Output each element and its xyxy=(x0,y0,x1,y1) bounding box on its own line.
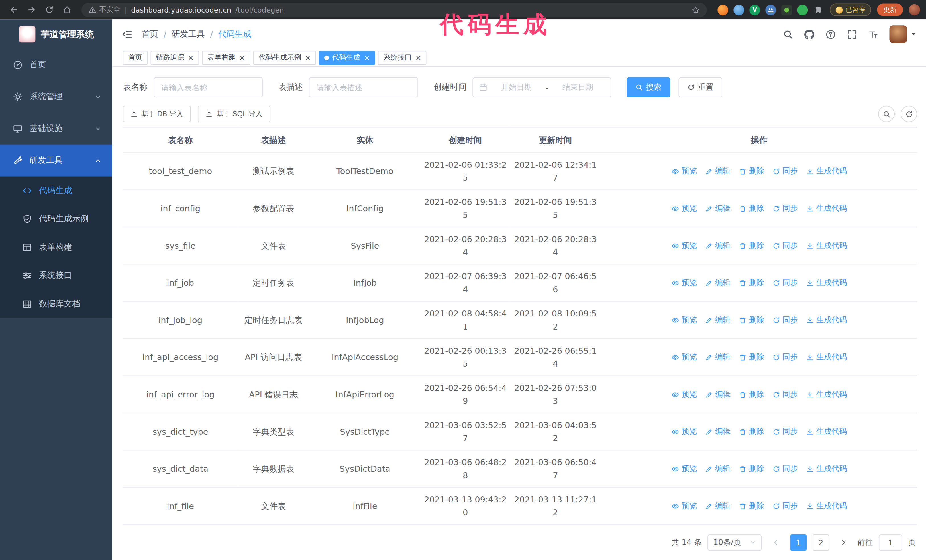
sync-link[interactable]: 同步 xyxy=(772,314,798,327)
tab-item[interactable]: 表单构建 × xyxy=(202,50,250,65)
extension-icon-leaf[interactable] xyxy=(797,5,808,15)
sync-link[interactable]: 同步 xyxy=(772,276,798,290)
next-page-button[interactable] xyxy=(835,534,852,551)
github-icon[interactable] xyxy=(804,29,814,39)
generate-code-link[interactable]: 生成代码 xyxy=(806,276,847,290)
delete-link[interactable]: 删除 xyxy=(739,388,764,401)
edit-link[interactable]: 编辑 xyxy=(705,276,731,290)
preview-link[interactable]: 预览 xyxy=(672,202,697,215)
sync-link[interactable]: 同步 xyxy=(772,239,798,252)
edit-link[interactable]: 编辑 xyxy=(705,500,731,513)
sync-link[interactable]: 同步 xyxy=(772,500,798,513)
prev-page-button[interactable] xyxy=(768,534,784,551)
extension-icon-orange[interactable] xyxy=(717,5,728,15)
toggle-search-button[interactable] xyxy=(878,106,895,122)
generate-code-link[interactable]: 生成代码 xyxy=(806,239,847,252)
generate-code-link[interactable]: 生成代码 xyxy=(806,388,847,401)
sidebar-item-codegen[interactable]: 代码生成 xyxy=(0,177,112,205)
generate-code-link[interactable]: 生成代码 xyxy=(806,314,847,327)
tab-item[interactable]: 首页 xyxy=(123,50,148,65)
tab-item[interactable]: 链路追踪 × xyxy=(151,50,199,65)
generate-code-link[interactable]: 生成代码 xyxy=(806,500,847,513)
tab-close-icon[interactable]: × xyxy=(239,54,245,61)
table-name-input[interactable] xyxy=(154,77,263,97)
preview-link[interactable]: 预览 xyxy=(672,276,697,290)
delete-link[interactable]: 删除 xyxy=(739,239,764,252)
tab-close-icon[interactable]: × xyxy=(188,54,194,61)
header-search-icon[interactable] xyxy=(783,29,793,39)
preview-link[interactable]: 预览 xyxy=(672,425,697,438)
tab-close-icon[interactable]: × xyxy=(364,54,370,61)
fullscreen-icon[interactable] xyxy=(847,29,857,39)
delete-link[interactable]: 删除 xyxy=(739,165,764,178)
edit-link[interactable]: 编辑 xyxy=(705,165,731,178)
generate-code-link[interactable]: 生成代码 xyxy=(806,425,847,438)
generate-code-link[interactable]: 生成代码 xyxy=(806,462,847,475)
app-logo[interactable]: 芋道管理系统 xyxy=(0,20,112,49)
delete-link[interactable]: 删除 xyxy=(739,202,764,215)
bookmark-star-icon[interactable] xyxy=(691,6,700,14)
preview-link[interactable]: 预览 xyxy=(672,165,697,178)
delete-link[interactable]: 删除 xyxy=(739,500,764,513)
edit-link[interactable]: 编辑 xyxy=(705,462,731,475)
breadcrumb-dev-tools[interactable]: 研发工具 xyxy=(172,29,205,39)
sidebar-item-codegen-example[interactable]: 代码生成示例 xyxy=(0,205,112,233)
browser-back-button[interactable] xyxy=(6,2,21,17)
delete-link[interactable]: 删除 xyxy=(739,276,764,290)
preview-link[interactable]: 预览 xyxy=(672,500,697,513)
user-menu[interactable] xyxy=(889,25,916,43)
preview-link[interactable]: 预览 xyxy=(672,314,697,327)
goto-page-input[interactable] xyxy=(879,534,902,551)
edit-link[interactable]: 编辑 xyxy=(705,425,731,438)
sidebar-item-form-builder[interactable]: 表单构建 xyxy=(0,233,112,261)
preview-link[interactable]: 预览 xyxy=(672,351,697,364)
delete-link[interactable]: 删除 xyxy=(739,314,764,327)
sidebar-item-infrastructure[interactable]: 基础设施 xyxy=(0,113,112,145)
sync-link[interactable]: 同步 xyxy=(772,351,798,364)
extension-icon-people[interactable] xyxy=(765,5,776,15)
tab-item[interactable]: 系统接口 × xyxy=(378,50,427,65)
browser-home-button[interactable] xyxy=(59,2,74,17)
sidebar-item-api[interactable]: 系统接口 xyxy=(0,261,112,290)
delete-link[interactable]: 删除 xyxy=(739,462,764,475)
help-icon[interactable] xyxy=(826,29,836,39)
generate-code-link[interactable]: 生成代码 xyxy=(806,165,847,178)
import-db-button[interactable]: 基于 DB 导入 xyxy=(123,106,191,122)
tab-close-icon[interactable]: × xyxy=(305,54,311,61)
browser-forward-button[interactable] xyxy=(24,2,39,17)
sidebar-item-dev-tools[interactable]: 研发工具 xyxy=(0,145,112,177)
edit-link[interactable]: 编辑 xyxy=(705,388,731,401)
search-button[interactable]: 搜索 xyxy=(626,77,670,97)
browser-profile-avatar[interactable] xyxy=(909,4,920,15)
sync-link[interactable]: 同步 xyxy=(772,202,798,215)
sync-link[interactable]: 同步 xyxy=(772,388,798,401)
extension-paused-badge[interactable]: 已暂停 xyxy=(830,3,871,16)
sync-link[interactable]: 同步 xyxy=(772,165,798,178)
page-button-2[interactable]: 2 xyxy=(813,534,829,551)
delete-link[interactable]: 删除 xyxy=(739,425,764,438)
page-size-select[interactable]: 10条/页 xyxy=(707,534,762,551)
generate-code-link[interactable]: 生成代码 xyxy=(806,202,847,215)
edit-link[interactable]: 编辑 xyxy=(705,202,731,215)
page-button-1[interactable]: 1 xyxy=(790,534,806,551)
reset-button[interactable]: 重置 xyxy=(679,77,722,97)
breadcrumb-home[interactable]: 首页 xyxy=(142,29,158,39)
table-desc-input[interactable] xyxy=(309,77,418,97)
refresh-list-button[interactable] xyxy=(901,106,917,122)
import-sql-button[interactable]: 基于 SQL 导入 xyxy=(198,106,270,122)
extension-icon-dark-green[interactable] xyxy=(781,5,792,15)
sidebar-fold-icon[interactable] xyxy=(122,29,132,39)
browser-update-button[interactable]: 更新 xyxy=(877,3,903,16)
sidebar-item-db-doc[interactable]: 数据库文档 xyxy=(0,290,112,318)
sidebar-item-home[interactable]: 首页 xyxy=(0,49,112,81)
browser-reload-button[interactable] xyxy=(41,2,57,17)
date-range-picker[interactable]: 开始日期 - 结束日期 xyxy=(472,77,611,97)
extension-icon-green-v[interactable]: V xyxy=(749,5,760,15)
preview-link[interactable]: 预览 xyxy=(672,462,697,475)
not-secure-chip[interactable]: 不安全 xyxy=(89,5,121,15)
tab-close-icon[interactable]: × xyxy=(415,54,421,61)
tab-item[interactable]: 代码生成 × xyxy=(319,50,375,65)
address-bar[interactable]: 不安全 | dashboard.yudao.iocoder.cn/tool/co… xyxy=(82,3,707,17)
edit-link[interactable]: 编辑 xyxy=(705,239,731,252)
sync-link[interactable]: 同步 xyxy=(772,462,798,475)
